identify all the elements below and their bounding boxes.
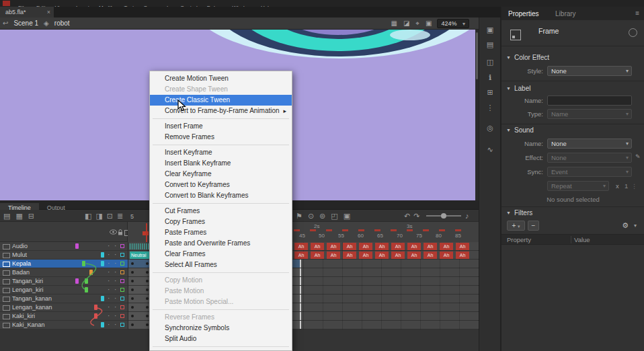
visibility-dot[interactable]: · [108,251,110,259]
lock-dot[interactable]: · [114,242,116,250]
context-item-synchronize-symbols[interactable]: Synchronize Symbols [150,323,292,334]
context-item-convert-to-blank-keyframes[interactable]: Convert to Blank Keyframes [150,190,292,201]
style-select[interactable]: None ▾ [547,66,632,76]
lock-dot[interactable]: · [114,321,116,329]
zoom-control[interactable]: 424% ▾ [437,19,469,28]
frame-marker-icon[interactable]: ⚑ [296,210,303,222]
section-sound[interactable]: ▼ Sound [501,126,644,136]
highlight-layers-icon[interactable]: ⊡ [107,210,113,222]
graph-panel-icon[interactable]: ∿ [485,144,495,155]
lock-dot[interactable]: · [114,312,116,320]
outline-color-swatch[interactable] [120,305,124,309]
layer-lengan-kiri[interactable]: Lengan_kiri·· [0,286,128,295]
layer-depth-icon[interactable]: ◨ [95,210,102,222]
lock-dot[interactable]: · [114,268,116,276]
context-item-insert-blank-keyframe[interactable]: Insert Blank Keyframe [150,158,292,169]
context-item-cut-frames[interactable]: Cut Frames [150,206,292,217]
context-item-remove-frames[interactable]: Remove Frames [150,132,292,143]
lock-dot[interactable]: · [114,295,116,303]
context-item-clear-keyframe[interactable]: Clear Keyframe [150,169,292,180]
remove-filter-button[interactable]: − [528,221,539,231]
layer-tangan-kiri[interactable]: Tangan_kiri·· [0,277,128,286]
layer-mulut[interactable]: Mulut·· [0,251,128,260]
outline-color-swatch[interactable] [120,288,124,292]
visibility-dot[interactable]: · [108,286,110,294]
layer-tangan-kanan[interactable]: Tangan_kanan·· [0,295,128,303]
help-icon[interactable] [629,28,637,37]
gear-icon[interactable]: ⚙ [622,221,629,231]
label-name-input[interactable] [547,95,632,106]
close-icon[interactable]: × [47,7,50,17]
playhead-handle[interactable] [143,231,149,235]
insert-layer-icon[interactable]: ▤ [3,210,10,222]
frames-panel-icon[interactable]: ▤ [485,39,495,50]
dots-panel-icon[interactable]: ⋮ [485,102,495,113]
context-item-paste-frames[interactable]: Paste Frames [150,227,292,238]
context-item-convert-to-frame-by-frame-animation[interactable]: Convert to Frame-by-Frame Animation▸ [150,106,292,116]
context-item-split-audio[interactable]: Split Audio [150,334,292,344]
context-item-select-all-frames[interactable]: Select All Frames [150,260,292,270]
camera-icon[interactable]: ▣ [485,24,495,35]
history-panel-icon[interactable]: ◎ [485,122,495,133]
visibility-dot[interactable]: · [108,268,110,276]
document-tab[interactable]: ab5.fla* × [0,7,54,17]
lock-dot[interactable]: · [114,251,116,259]
section-color-effect[interactable]: ▼ Color Effect [501,54,644,63]
layer-kepala[interactable]: Kepala·· [0,260,128,268]
lock-dot[interactable]: · [114,277,116,285]
add-filter-button[interactable]: + ▾ [507,221,525,231]
onion-outlines-icon[interactable]: ⊚ [319,210,325,222]
delete-layer-icon[interactable]: ⊟ [28,210,34,222]
context-item-paste-and-overwrite-frames[interactable]: Paste and Overwrite Frames [150,238,292,249]
visibility-dot[interactable]: · [108,242,110,250]
layer-audio[interactable]: Audio·· [0,242,128,251]
tab-library[interactable]: Library [549,7,583,21]
section-filters[interactable]: ▼ Filters [501,209,644,219]
outline-color-swatch[interactable] [120,244,124,248]
clip-content-icon[interactable]: ▣ [426,20,432,28]
outline-color-swatch[interactable] [120,323,124,327]
panel-menu-icon[interactable]: ≡ [635,7,639,20]
lock-dot[interactable]: · [114,260,116,268]
context-item-convert-to-keyframes[interactable]: Convert to Keyframes [150,180,292,190]
speaker-icon[interactable]: ♪ [465,210,469,222]
visibility-dot[interactable]: · [108,321,110,329]
center-stage-icon[interactable]: ⌖ [415,20,419,28]
stepper-icon[interactable]: ⋮ [631,181,637,192]
lock-dot[interactable]: · [114,303,116,311]
context-item-create-classic-tween[interactable]: Create Classic Tween [150,95,292,106]
add-folder-icon[interactable]: ▦ [15,210,22,222]
layer-kaki-kanan[interactable]: Kaki_Kanan·· [0,321,128,329]
layer-lengan-kanan[interactable]: Lengan_kanan·· [0,303,128,312]
tab-properties[interactable]: Properties [501,7,546,21]
eye-icon[interactable] [110,229,117,235]
layer-badan[interactable]: Badan·· [0,268,128,277]
visibility-dot[interactable]: · [108,312,110,320]
back-icon[interactable]: ↩ [3,20,8,27]
visibility-dot[interactable]: · [108,303,110,311]
edit-multiple-frames-icon[interactable]: ◰ [331,210,337,222]
stage-camera-icon[interactable]: ▦ [391,20,397,28]
context-item-copy-frames[interactable]: Copy Frames [150,217,292,227]
lock-dot[interactable]: · [114,286,116,294]
frame-view-icon[interactable]: ▣ [344,210,350,222]
layer-kaki-kiri[interactable]: Kaki_kiri·· [0,312,128,321]
info-panel-icon[interactable]: ℹ [485,72,495,83]
visibility-dot[interactable]: · [108,277,110,285]
outline-color-swatch[interactable] [120,270,124,274]
sound-name-select[interactable]: None ▾ [547,139,632,149]
context-item-insert-keyframe[interactable]: Insert Keyframe [150,147,292,158]
onion-skin-icon[interactable]: ⊙ [308,210,314,222]
layer-list-icon[interactable]: ≣ [117,210,123,222]
visibility-dot[interactable]: · [108,295,110,303]
context-item-create-motion-tween[interactable]: Create Motion Tween [150,73,292,84]
frame-size-slider[interactable] [426,215,461,217]
fill-guides-icon[interactable]: ◪ [403,20,409,28]
align-panel-icon[interactable]: ⊞ [485,87,495,98]
breadcrumb-symbol[interactable]: robot [54,20,70,27]
outline-color-swatch[interactable] [120,262,124,266]
step-back-icon[interactable]: ↶ [404,210,410,222]
context-item-clear-frames[interactable]: Clear Frames [150,249,292,260]
visibility-dot[interactable]: · [108,260,110,268]
step-forward-icon[interactable]: ↷ [413,210,419,222]
